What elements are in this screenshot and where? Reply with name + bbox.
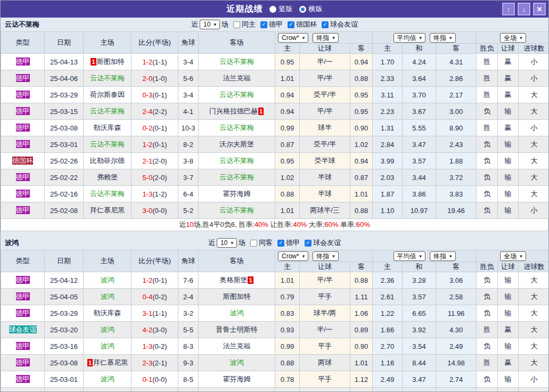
home-team-cell: 拜仁慕尼黑	[84, 202, 132, 219]
league-checkbox-1[interactable]: ✓	[305, 240, 312, 247]
avg-source-select[interactable]: 平均值▾	[394, 251, 426, 261]
avg-away-cell: 2.86	[436, 70, 477, 87]
league-type-badge: 德甲	[16, 309, 30, 317]
avg-away-cell: 14.98	[436, 355, 477, 371]
odds-away-cell: 0.90	[350, 338, 373, 355]
avg-draw-cell: 3.64	[403, 70, 436, 87]
recent-label: 近	[208, 238, 215, 248]
away-team-cell: 霍芬海姆	[199, 371, 275, 388]
away-team-cell: 波鸿	[199, 355, 275, 371]
league-checkbox-0[interactable]: ✓	[260, 21, 267, 28]
corners-cell: 5-5	[178, 322, 199, 338]
league-checkbox-2[interactable]: ✓	[322, 21, 329, 28]
summary-segment: 单率:	[338, 220, 356, 228]
team-label: 拜仁慕尼黑	[93, 358, 128, 366]
fullmatch-group-header: 全场▾	[477, 250, 549, 262]
team-label: 云达不莱梅	[219, 91, 254, 99]
goals-result-cell: 小	[519, 371, 549, 388]
score-cell: 2-4(2-2)	[132, 103, 178, 120]
handicap-result-cell: 输	[498, 371, 519, 388]
halftime-score: (2-2)	[152, 108, 167, 116]
avg-home-cell: 3.99	[373, 153, 403, 169]
avg-away-cell: 2.74	[436, 371, 477, 388]
fullmatch-select-value: 全场	[504, 252, 517, 260]
column-header: 角球	[178, 32, 199, 54]
away-team-cell: 云达不莱梅	[199, 54, 275, 70]
league-cell: 德甲	[1, 103, 45, 120]
league-cell: 德甲	[1, 87, 45, 103]
away-team-cell: 奥格斯堡1	[199, 272, 275, 289]
away-team-cell: 斯图加特	[199, 289, 275, 305]
same-venue-checkbox[interactable]	[250, 240, 257, 247]
handicap-cell: 平手	[300, 371, 350, 388]
move-down-button[interactable]: ↓	[518, 3, 530, 15]
date-cell: 25-03-08	[45, 355, 84, 371]
avg-draw-cell: 3.57	[403, 289, 436, 305]
fulltime-score: 2-0	[142, 75, 152, 83]
handicap-cell: 球半/两	[300, 305, 350, 322]
mode-option-horizontal[interactable]: 横版	[299, 4, 323, 14]
same-venue-checkbox[interactable]	[233, 21, 240, 28]
move-up-button[interactable]: ↑	[502, 3, 515, 15]
halftime-score: (0-2)	[152, 342, 167, 350]
mode-option-vertical[interactable]: 竖版	[269, 4, 293, 14]
fullmatch-select[interactable]: 全场▾	[500, 33, 526, 43]
avg-draw-cell: 8.44	[403, 355, 436, 371]
odds-final-select[interactable]: 终指▾	[313, 251, 339, 261]
league-type-badge: 球会友谊	[9, 325, 37, 333]
league-checkbox-1[interactable]: ✓	[288, 21, 294, 28]
home-team-cell: 波鸿	[84, 338, 132, 355]
odds-final-select[interactable]: 终指▾	[313, 33, 339, 43]
result-cell: 负	[477, 202, 498, 219]
chevron-down-icon: ▾	[332, 34, 335, 42]
date-cell: 25-03-01	[45, 371, 84, 388]
avg-home-cell: 1.70	[373, 54, 403, 70]
goals-result-cell: 小	[519, 120, 549, 136]
fulltime-score: 1-2	[142, 58, 152, 66]
avg-home-cell: 2.03	[373, 169, 403, 186]
odds-home-cell: 0.95	[275, 54, 300, 70]
radio-vertical-icon[interactable]	[269, 6, 276, 13]
team-label: 波鸿	[101, 276, 114, 284]
radio-horizontal-icon[interactable]	[299, 6, 306, 13]
summary-segment: 让胜率:	[268, 220, 293, 228]
column-header: 类型	[1, 32, 45, 54]
fulltime-score: 3-1	[142, 309, 152, 317]
odds-home-cell: 1.08	[275, 388, 300, 392]
odds-away-cell: 1.11	[350, 289, 373, 305]
recent-count-select[interactable]: 10▾	[200, 20, 220, 29]
handicap-result-cell: 输	[498, 169, 519, 186]
avg-source-select[interactable]: 平均值▾	[394, 33, 426, 43]
handicap-result-cell: 输	[498, 272, 519, 289]
chevron-down-icon: ▾	[214, 21, 216, 28]
avg-away-cell: 11.96	[436, 305, 477, 322]
avg-final-select[interactable]: 终指▾	[430, 33, 456, 43]
sections-container: 云达不莱梅近10▾场同主✓德甲✓德国杯✓球会友谊类型日期主场比分(半场)角球客场…	[1, 18, 548, 392]
recent-count-select[interactable]: 10▾	[217, 238, 237, 248]
league-cell: 德甲	[1, 272, 45, 289]
fulltime-score: 1-2	[142, 276, 152, 284]
handicap-cell: 受平/半	[300, 87, 350, 103]
avg-draw-cell: 3.70	[403, 87, 436, 103]
goals-result-cell: 大	[519, 186, 549, 202]
match-row: 德甲25-04-12波鸿1-2(0-1)7-6奥格斯堡11.01平/半0.882…	[1, 272, 549, 289]
handicap-cell: 两球半/三	[300, 202, 350, 219]
odds-source-select[interactable]: Crow*▾	[278, 33, 308, 43]
close-button[interactable]: ✕	[533, 3, 546, 15]
handicap-result-cell: 输	[498, 136, 519, 153]
odds-home-cell: 0.88	[275, 186, 300, 202]
score-cell: 3-1(1-1)	[132, 305, 178, 322]
league-checkbox-0[interactable]: ✓	[277, 240, 284, 247]
chevron-down-icon: ▾	[231, 239, 233, 247]
fullmatch-select[interactable]: 全场▾	[500, 251, 526, 261]
team-label: 云达不莱梅	[90, 190, 125, 198]
team-label: 波鸿	[101, 325, 114, 333]
odds-source-select[interactable]: Crow*▾	[278, 251, 308, 261]
avg-draw-cell: 3.47	[403, 371, 436, 388]
odds-home-cell: 0.78	[275, 371, 300, 388]
summary-segment: 60%	[356, 220, 370, 228]
odds-source-select-value: Crow*	[282, 252, 299, 260]
avg-away-cell: 8.90	[436, 120, 477, 136]
avg-final-select[interactable]: 终指▾	[430, 251, 456, 261]
summary-segment: 大率:	[307, 220, 324, 228]
